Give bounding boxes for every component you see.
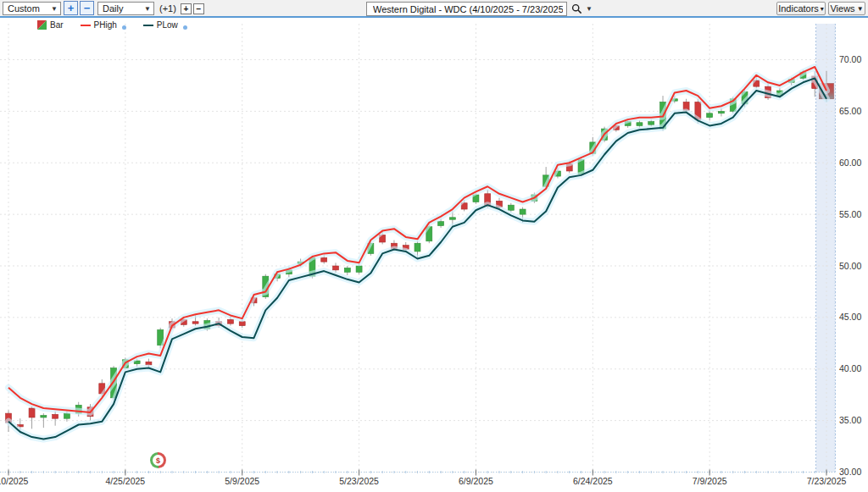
- plow-line: [8, 78, 826, 439]
- price-chart-canvas[interactable]: 30.0035.0040.0045.0050.0055.0060.0065.00…: [0, 0, 868, 492]
- candle: [637, 123, 643, 126]
- candle: [41, 416, 47, 417]
- svg-text:50.00: 50.00: [839, 261, 861, 271]
- candle: [344, 268, 350, 272]
- svg-text:60.00: 60.00: [839, 158, 861, 168]
- candle: [146, 362, 152, 365]
- legend-item-plow[interactable]: PLow: [143, 20, 187, 30]
- svg-text:70.00: 70.00: [839, 54, 861, 64]
- indicators-button[interactable]: Indicators ▾: [776, 2, 826, 15]
- chevron-down-icon: ▼: [586, 5, 593, 13]
- minus-icon: −: [197, 5, 202, 14]
- chevron-down-icon: ▾: [821, 5, 824, 13]
- candle: [508, 205, 514, 210]
- charting-app-window: Custom ▼ + − Daily ▼ (+1) + − ▼ I: [0, 0, 868, 492]
- svg-text:5/23/2025: 5/23/2025: [339, 476, 379, 486]
- plus-icon: +: [68, 2, 75, 14]
- minus-icon: −: [84, 2, 91, 14]
- series-settings-dot-icon[interactable]: [122, 25, 126, 30]
- candle: [449, 218, 455, 219]
- candle: [415, 243, 420, 252]
- candle: [321, 257, 327, 262]
- svg-text:65.00: 65.00: [839, 106, 861, 116]
- chevron-down-icon: ▼: [51, 5, 58, 13]
- range-select[interactable]: Custom ▼: [3, 2, 61, 15]
- toolbar: Custom ▼ + − Daily ▼ (+1) + − ▼ I: [0, 0, 868, 18]
- candle: [356, 266, 362, 272]
- phigh-line: [8, 67, 826, 412]
- candle: [192, 322, 198, 323]
- dollar-icon: $: [153, 455, 164, 466]
- svg-text:6/9/2025: 6/9/2025: [459, 476, 493, 486]
- period-select[interactable]: Daily ▼: [97, 2, 154, 15]
- svg-text:4/10/2025: 4/10/2025: [0, 476, 29, 486]
- candle: [648, 122, 654, 125]
- views-button-label: Views: [830, 3, 854, 14]
- chevron-down-icon: ▼: [144, 5, 151, 13]
- svg-text:55.00: 55.00: [839, 209, 861, 219]
- candle: [438, 222, 444, 226]
- plow-line-icon: [143, 25, 153, 26]
- indicators-button-label: Indicators: [778, 3, 819, 14]
- candle: [718, 111, 724, 113]
- offset-increase-button[interactable]: +: [181, 3, 192, 14]
- candle: [239, 322, 245, 326]
- candle: [227, 319, 233, 323]
- symbol-search-input[interactable]: [366, 2, 567, 16]
- plus-icon: +: [184, 5, 189, 14]
- range-select-value: Custom: [8, 3, 40, 14]
- svg-text:40.00: 40.00: [839, 363, 861, 373]
- candle: [520, 209, 526, 214]
- zoom-in-button[interactable]: +: [64, 1, 78, 15]
- candle: [53, 414, 58, 418]
- bar-offset-label: (+1): [159, 2, 176, 15]
- currency-marker-badge[interactable]: $: [150, 452, 166, 468]
- candle: [64, 413, 70, 418]
- offset-decrease-button[interactable]: −: [193, 3, 204, 14]
- candle: [707, 113, 713, 118]
- search-icon: [571, 3, 582, 14]
- svg-text:7/23/2025: 7/23/2025: [807, 476, 847, 486]
- bar-series-icon: [37, 20, 47, 30]
- candle: [29, 408, 35, 417]
- svg-text:5/9/2025: 5/9/2025: [225, 476, 259, 486]
- svg-text:6/24/2025: 6/24/2025: [573, 476, 613, 486]
- chevron-down-icon: ▼: [857, 5, 864, 13]
- series-settings-dot-icon[interactable]: [183, 25, 187, 30]
- svg-text:35.00: 35.00: [839, 415, 861, 425]
- candle: [333, 266, 339, 270]
- svg-text:7/9/2025: 7/9/2025: [693, 476, 727, 486]
- chart-legend: Bar PHigh PLow: [37, 19, 199, 30]
- legend-item-phigh[interactable]: PHigh: [81, 20, 126, 30]
- views-button[interactable]: Views ▼: [828, 2, 865, 15]
- svg-text:4/25/2025: 4/25/2025: [106, 476, 146, 486]
- zoom-out-button[interactable]: −: [80, 1, 94, 15]
- svg-text:45.00: 45.00: [839, 312, 861, 322]
- phigh-line-icon: [81, 25, 91, 26]
- search-control[interactable]: ▼: [571, 3, 593, 15]
- legend-item-label: Bar: [50, 20, 64, 30]
- period-select-value: Daily: [103, 3, 123, 14]
- x-axis: 4/10/20254/25/20255/9/20255/23/20256/9/2…: [0, 470, 847, 487]
- legend-item-bar[interactable]: Bar: [37, 20, 64, 30]
- legend-item-label: PLow: [157, 20, 178, 30]
- legend-item-label: PHigh: [94, 20, 117, 30]
